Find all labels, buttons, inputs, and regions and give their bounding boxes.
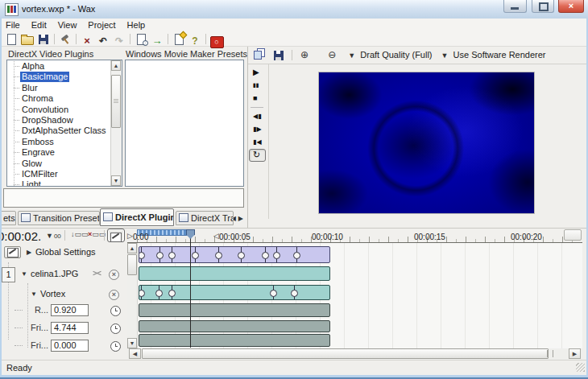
renderer-dropdown[interactable]: Use Software Renderer: [453, 50, 546, 60]
param-value-input[interactable]: 0.000: [51, 340, 89, 352]
open-file-button[interactable]: [19, 33, 35, 46]
insert-frames-icon[interactable]: ↓▭▭: [71, 230, 89, 238]
keyframe-marker[interactable]: [270, 290, 277, 297]
tab-transition-presets[interactable]: Transition Presets: [18, 211, 100, 225]
playhead-line[interactable]: [190, 230, 191, 348]
panel-divider[interactable]: [247, 47, 248, 228]
redo-button[interactable]: ↷: [111, 33, 127, 46]
menu-view[interactable]: View: [52, 19, 83, 32]
param-value-input[interactable]: 0.920: [51, 304, 89, 316]
keyframe-marker[interactable]: [155, 290, 163, 297]
timeline-hscrollbar[interactable]: ◀ ▶: [127, 348, 582, 360]
plugin-item[interactable]: Engrave: [20, 147, 110, 158]
timeline-track-bar[interactable]: [139, 320, 330, 332]
record-button[interactable]: ○: [209, 33, 225, 46]
help-button[interactable]: ?: [187, 33, 203, 46]
remove-clip-icon[interactable]: ×: [109, 270, 119, 280]
keyframe-marker[interactable]: [291, 290, 298, 297]
keyframe-marker[interactable]: [262, 252, 269, 259]
plugin-item[interactable]: Convolution: [20, 105, 110, 115]
plugin-item[interactable]: DxtAlphaSetter Class: [20, 126, 110, 136]
save-file-button[interactable]: [35, 33, 52, 46]
edit-global-button[interactable]: [4, 246, 21, 258]
tab-directx-plugins[interactable]: DirectX Plugins: [100, 208, 174, 226]
menu-help[interactable]: Help: [122, 19, 151, 32]
collapse-arrow-icon[interactable]: ▼: [20, 267, 28, 281]
global-settings-row[interactable]: ▶ Global Settings: [0, 245, 127, 260]
effect-row[interactable]: ▼ Vortex ×: [0, 287, 127, 302]
plugin-item[interactable]: ICMFilter: [20, 169, 110, 179]
pause-button[interactable]: ▮▮: [249, 79, 267, 92]
zoom-in-icon[interactable]: ⊕: [297, 47, 312, 64]
plugin-item[interactable]: Glow: [20, 159, 110, 169]
scroll-up-icon[interactable]: ▲: [127, 243, 137, 253]
scissors-icon[interactable]: [92, 270, 101, 278]
playhead-handle[interactable]: [186, 229, 195, 239]
keyframe-clock-icon[interactable]: [110, 341, 121, 352]
loop-start-marker[interactable]: ▷: [127, 232, 133, 240]
keyframe-clock-icon[interactable]: [110, 306, 121, 316]
menu-file[interactable]: File: [0, 19, 26, 32]
undo-button[interactable]: ↶: [95, 33, 111, 46]
tab-ets[interactable]: ets: [0, 211, 16, 225]
scroll-up-icon[interactable]: ▲: [111, 60, 121, 71]
time-display[interactable]: 0:00:02.: [0, 229, 41, 243]
plugin-item[interactable]: Emboss: [20, 137, 110, 147]
edit-mode-button[interactable]: [107, 229, 125, 242]
plugin-item[interactable]: Chroma: [20, 93, 110, 104]
plugin-list-scrollbar[interactable]: ▲ ▼: [110, 60, 122, 186]
go-to-start-button[interactable]: ▮◀: [249, 136, 267, 149]
keyframe-marker[interactable]: [139, 290, 145, 297]
loop-button[interactable]: ↻: [249, 149, 266, 162]
plugin-item[interactable]: Alpha: [20, 61, 110, 72]
scroll-down-icon[interactable]: ▼: [111, 175, 121, 186]
export-arrow-button[interactable]: →: [149, 33, 165, 46]
zoom-out-icon[interactable]: ⊖: [325, 47, 339, 64]
keyframe-marker[interactable]: [139, 252, 145, 259]
maximize-button[interactable]: [532, 0, 554, 13]
play-button[interactable]: ▶: [249, 66, 267, 79]
quality-dropdown[interactable]: Draft Quality (Full): [360, 50, 432, 60]
expand-arrow-icon[interactable]: ▶: [25, 245, 33, 259]
save-icon[interactable]: [271, 47, 287, 60]
plugin-item[interactable]: Light: [20, 179, 110, 186]
timeline-track-bar[interactable]: [139, 246, 330, 263]
plugin-item[interactable]: Blur: [20, 83, 110, 93]
timeline-track-bar[interactable]: [139, 334, 330, 347]
close-button[interactable]: ×: [558, 0, 584, 13]
keyframe-marker[interactable]: [238, 252, 245, 259]
step-forward-button[interactable]: ▮▶: [249, 123, 267, 136]
scrollbar-thumb[interactable]: [127, 254, 137, 275]
collapse-arrow-icon[interactable]: ▼: [30, 287, 38, 301]
timeline-ruler[interactable]: ▷ ◁ 0:0000:00:0500:00:1000:00:1500:00:20: [127, 229, 582, 243]
remove-effect-icon[interactable]: ×: [109, 290, 119, 300]
keyframe-marker[interactable]: [273, 252, 280, 259]
scroll-left-icon[interactable]: ◀: [129, 348, 141, 359]
time-frames-dropdown[interactable]: ▼00: [46, 232, 61, 240]
new-file-button[interactable]: [3, 33, 19, 46]
keyframe-marker[interactable]: [215, 252, 222, 259]
minimize-button[interactable]: [503, 0, 527, 13]
scroll-right-icon[interactable]: ▶: [569, 348, 581, 359]
chevron-down-icon[interactable]: ▼: [441, 47, 449, 64]
copy-icon[interactable]: [251, 47, 267, 60]
menu-edit[interactable]: Edit: [26, 19, 52, 32]
delete-button[interactable]: ×: [79, 33, 95, 46]
scroll-down-icon[interactable]: ▼: [127, 338, 137, 348]
keyframe-clock-icon[interactable]: [110, 323, 121, 334]
step-back-button[interactable]: ◀▮: [249, 110, 267, 123]
chevron-down-icon[interactable]: ▼: [348, 47, 355, 64]
timeline-track-bar[interactable]: [139, 303, 330, 317]
preview-doc-button[interactable]: [133, 33, 149, 46]
timeline-vscrollbar[interactable]: ▲ ▼: [127, 243, 138, 348]
clip-row[interactable]: 1 ▼ celina1.JPG ×: [0, 267, 127, 282]
plugin-item[interactable]: BasicImage: [20, 72, 110, 82]
keyframe-marker[interactable]: [168, 252, 176, 259]
loop-end-marker[interactable]: ◁: [213, 232, 219, 240]
stop-button[interactable]: ■: [249, 92, 267, 105]
param-value-input[interactable]: 4.744: [51, 322, 89, 334]
scrollbar-thumb[interactable]: [142, 348, 549, 359]
menu-project[interactable]: Project: [82, 19, 121, 32]
timeline-track-bar[interactable]: [139, 285, 330, 300]
render-hammer-button[interactable]: [57, 33, 73, 46]
